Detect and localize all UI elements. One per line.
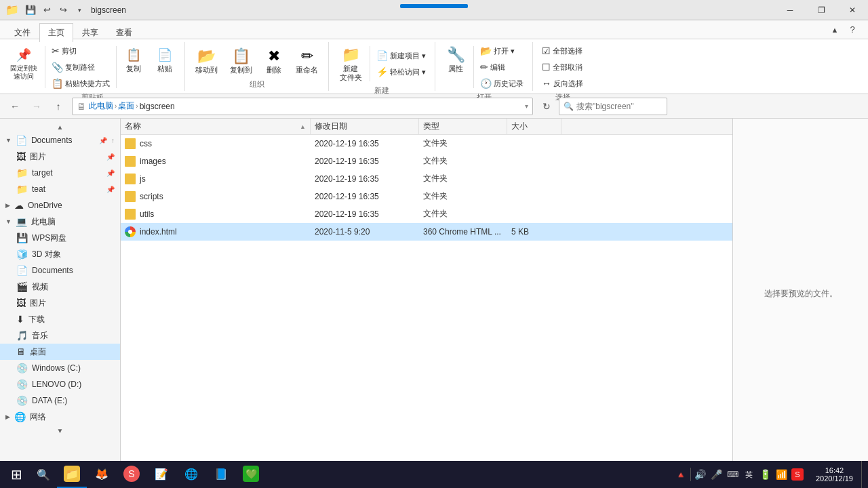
sidebar-item-this-pc[interactable]: ▼ 💻 此电脑 [0,214,120,230]
file-row-js[interactable]: js 2020-12-19 16:35 文件夹 [121,170,732,188]
select-all-button[interactable]: ☑ 全部选择 [538,43,587,58]
forward-button[interactable]: → [27,97,46,116]
edit-button[interactable]: ✏ 编辑 [477,60,527,75]
file-row-index-html[interactable]: index.html 2020-11-5 9:20 360 Chrome HTM… [121,223,732,241]
ribbon-collapse-btn[interactable]: ▲ [827,22,842,37]
tray-s-icon[interactable]: S [791,468,804,481]
file-row-scripts[interactable]: scripts 2020-12-19 16:35 文件夹 [121,188,732,205]
new-item-button[interactable]: 📄 新建项目 ▾ [373,48,429,63]
open-button[interactable]: 📂 打开 ▾ [477,43,527,58]
sidebar-item-videos[interactable]: 🎬 视频 [0,279,120,295]
file-row-utils[interactable]: utils 2020-12-19 16:35 文件夹 [121,205,732,223]
col-type-header[interactable]: 类型 [419,119,507,134]
sidebar-item-windows-c[interactable]: 💿 Windows (C:) [0,360,120,376]
taskbar-app-5[interactable]: 🌐 [176,461,206,488]
breadcrumb-this-pc[interactable]: 此电脑 [89,100,113,112]
delete-button[interactable]: ✖ 删除 [260,45,288,77]
search-input[interactable] [576,102,663,111]
save-quick-btn[interactable]: 💾 [23,3,38,18]
up-button[interactable]: ↑ [49,97,68,116]
clipboard-group: 📌 固定到快速访问 ✂ 剪切 📎 复制路径 [0,42,185,91]
move-to-button[interactable]: 📂 移动到 [191,45,222,77]
copy-button[interactable]: 📋 复制 [119,43,148,91]
tray-network-icon[interactable]: 📶 [775,468,789,481]
taskbar-app-4[interactable]: 📝 [146,461,176,488]
easy-access-button[interactable]: ⚡ 轻松访问 ▾ [373,64,429,79]
tray-volume-icon[interactable]: 🔊 [694,468,707,481]
sidebar-item-data-e[interactable]: 💿 DATA (E:) [0,392,120,409]
tab-file[interactable]: 文件 [5,23,39,42]
sidebar-item-music[interactable]: 🎵 音乐 [0,327,120,344]
dropdown-quick-btn[interactable]: ▾ [72,3,87,18]
tray-arrow-btn[interactable]: 🔺 [674,468,688,481]
tray-lang-icon[interactable]: 英 [743,468,756,481]
col-size-header[interactable]: 大小 [507,119,561,134]
pin-indicator-pictures: 📌 [106,153,115,161]
rename-button[interactable]: ✏ 重命名 [291,45,323,77]
sidebar-item-teat[interactable]: 📁 teat 📌 [0,181,120,197]
sidebar-item-downloads[interactable]: ⬇ 下载 [0,311,120,327]
scroll-indicator-up[interactable]: ↑ [111,137,115,144]
tray-mic-icon[interactable]: 🎤 [710,468,724,481]
sidebar-item-onedrive[interactable]: ▶ ☁ OneDrive [0,197,120,214]
taskbar-app-2[interactable]: 🦊 [87,461,117,488]
address-bar[interactable]: 🖥 此电脑 › 桌面 › bigscreen ▾ [72,98,533,115]
show-desktop-btn[interactable] [861,461,865,488]
file-type-scripts: 文件夹 [419,190,507,202]
sidebar-item-network[interactable]: ▶ 🌐 网络 [0,409,120,425]
search-button[interactable]: 🔍 [30,461,57,488]
ribbon-help-btn[interactable]: ? [845,22,860,37]
tab-share[interactable]: 共享 [73,23,107,42]
undo-quick-btn[interactable]: ↩ [39,3,54,18]
properties-button[interactable]: 🔧 属性 [441,43,471,91]
taskbar-clock[interactable]: 16:42 2020/12/19 [810,461,859,488]
sidebar-item-3d[interactable]: 🧊 3D 对象 [0,246,120,262]
start-button[interactable]: ⊞ [3,461,30,488]
history-button[interactable]: 🕐 历史记录 [477,76,527,91]
tray-battery-icon[interactable]: 🔋 [759,468,772,481]
redo-quick-btn[interactable]: ↪ [56,3,71,18]
taskbar-app-explorer[interactable]: 📁 [57,461,87,488]
taskbar-app-6[interactable]: 📘 [206,461,236,488]
cut-button[interactable]: ✂ 剪切 [48,43,113,58]
maximize-button[interactable]: ❐ [806,0,837,20]
copy-to-button[interactable]: 📋 复制到 [225,45,257,77]
taskbar-app-7[interactable]: 💚 [236,461,266,488]
invert-select-button[interactable]: ↔ 反向选择 [538,76,587,91]
breadcrumb-bigscreen[interactable]: bigscreen [140,102,175,111]
file-row-images[interactable]: images 2020-12-19 16:35 文件夹 [121,152,732,170]
breadcrumb-desktop[interactable]: 桌面 [118,100,134,112]
sidebar-item-pictures-quick[interactable]: 🖼 图片 📌 [0,148,120,165]
search-bar[interactable]: 🔍 [559,98,667,115]
sidebar-item-wps[interactable]: 💾 WPS网盘 [0,230,120,246]
back-button[interactable]: ← [5,97,24,116]
tab-view[interactable]: 查看 [107,23,141,42]
col-date-header[interactable]: 修改日期 [311,119,419,134]
sidebar-item-desktop[interactable]: 🖥 桌面 [0,344,120,360]
address-expand-icon[interactable]: ▾ [525,102,528,110]
sidebar-item-target[interactable]: 📁 target 📌 [0,165,120,181]
taskbar-app-3[interactable]: S [117,461,146,488]
col-name-header[interactable]: 名称 ▲ [121,119,311,134]
deselect-all-button[interactable]: ☐ 全部取消 [538,60,587,75]
close-button[interactable]: ✕ [837,0,868,20]
tray-keyboard-icon[interactable]: ⌨ [726,468,740,481]
sidebar-scroll-down[interactable]: ▼ [0,425,120,436]
open-group: 🔧 属性 📂 打开 ▾ ✏ 编辑 � [435,42,533,91]
sidebar-item-documents-pc[interactable]: 📄 Documents [0,262,120,279]
minimize-button[interactable]: ─ [774,0,806,20]
sidebar-item-pictures-pc[interactable]: 🖼 图片 [0,295,120,311]
refresh-button[interactable]: ↻ [537,98,556,115]
downloads-label: 下载 [28,314,45,325]
sidebar-item-documents-quick[interactable]: ▼ 📄 Documents 📌 ↑ [0,132,120,148]
sidebar-item-lenovo-d[interactable]: 💿 LENOVO (D:) [0,376,120,392]
file-row-css[interactable]: css 2020-12-19 16:35 文件夹 [121,135,732,152]
new-folder-button[interactable]: 📁 新建文件夹 [334,43,367,84]
copy-path-button[interactable]: 📎 复制路径 [48,60,113,75]
taskbar-app-3-icon: S [123,466,140,482]
pin-button[interactable]: 📌 固定到快速访问 [5,43,42,91]
paste-shortcut-button[interactable]: 📋 粘贴快捷方式 [48,76,113,91]
tab-home[interactable]: 主页 [39,23,73,42]
sidebar-scroll-up[interactable]: ▲ [0,121,120,132]
paste-button[interactable]: 📄 粘贴 [151,43,179,91]
